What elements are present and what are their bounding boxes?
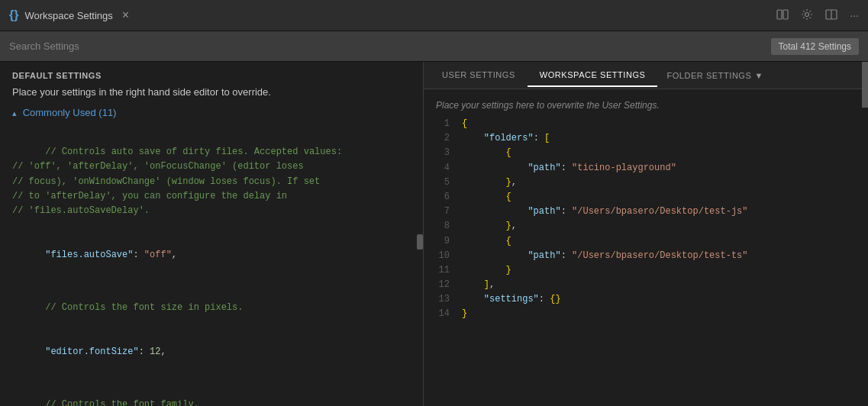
line-number-12: 12 xyxy=(424,278,462,292)
comment-fontsize: // Controls the font size in pixels. xyxy=(45,302,243,313)
tab-user-settings[interactable]: USER SETTINGS xyxy=(430,64,528,87)
line-13: 13 "settings": {} xyxy=(424,292,868,307)
section-label: DEFAULT SETTINGS xyxy=(12,71,411,80)
line-7: 7 "path": "/Users/bpasero/Desktop/test-j… xyxy=(424,205,868,219)
svg-point-2 xyxy=(805,12,809,16)
line-number-10: 10 xyxy=(424,249,462,263)
line-11: 11 } xyxy=(424,263,868,278)
colon-autosave: : xyxy=(133,250,144,260)
line-content-4: "path": "ticino-playground" xyxy=(462,161,676,176)
folder-settings-label: FOLDER SETTINGS xyxy=(666,71,751,80)
search-bar: Total 412 Settings xyxy=(0,31,868,62)
line-number-3: 3 xyxy=(424,146,462,160)
line-1: 1 { xyxy=(424,117,868,131)
line-content-10: "path": "/Users/bpasero/Desktop/test-ts" xyxy=(462,249,747,263)
line-number-8: 8 xyxy=(424,219,462,234)
line-content-9: { xyxy=(462,234,511,249)
section-description: Place your settings in the right hand si… xyxy=(12,86,411,98)
line-number-6: 6 xyxy=(424,190,462,205)
comma-fontsize: , xyxy=(160,346,166,357)
right-scrollbar[interactable] xyxy=(862,62,868,406)
editor-area: Place your settings here to overwrite th… xyxy=(424,89,868,406)
search-input[interactable] xyxy=(9,40,771,52)
line-2: 2 "folders": [ xyxy=(424,131,868,146)
main-content: DEFAULT SETTINGS Place your settings in … xyxy=(0,62,868,406)
scrollbar-indicator xyxy=(417,234,423,250)
line-content-6: { xyxy=(462,190,511,205)
line-content-7: "path": "/Users/bpasero/Desktop/test-js" xyxy=(462,205,747,219)
line-number-11: 11 xyxy=(424,263,462,278)
line-content-11: } xyxy=(462,263,511,278)
comment-fontfamily: // Controls the font family. xyxy=(45,399,199,406)
commonly-used-label: Commonly Used (11) xyxy=(23,107,117,118)
code-block-fontsize: // Controls the font size in pixels. "ed… xyxy=(12,286,411,374)
code-block-autosave: // Controls auto save of dirty files. Ac… xyxy=(12,130,411,277)
collapse-icon: ▴ xyxy=(12,108,17,118)
right-panel: USER SETTINGS WORKSPACE SETTINGS FOLDER … xyxy=(424,62,868,406)
line-9: 9 { xyxy=(424,234,868,249)
value-fontsize: 12 xyxy=(150,346,160,357)
line-number-9: 9 xyxy=(424,234,462,249)
title-bar: {} Workspace Settings × ··· xyxy=(0,0,868,31)
toggle-layout-icon[interactable] xyxy=(825,8,837,23)
line-6: 6 { xyxy=(424,190,868,205)
chevron-down-icon: ▼ xyxy=(754,71,763,80)
line-number-14: 14 xyxy=(424,307,462,321)
line-number-4: 4 xyxy=(424,161,462,176)
page-title: Workspace Settings xyxy=(24,10,112,21)
key-fontsize: "editor.fontSize" xyxy=(45,346,138,357)
line-content-3: { xyxy=(462,146,511,160)
line-10: 10 "path": "/Users/bpasero/Desktop/test-… xyxy=(424,249,868,263)
value-autosave: "off" xyxy=(144,250,172,260)
line-12: 12 ], xyxy=(424,278,868,292)
json-editor[interactable]: 1 { 2 "folders": [ 3 { 4 xyxy=(424,117,868,322)
comma-autosave: , xyxy=(172,250,177,260)
more-actions-icon[interactable]: ··· xyxy=(850,9,859,21)
line-8: 8 }, xyxy=(424,219,868,234)
editor-info-text: Place your settings here to overwrite th… xyxy=(424,95,868,117)
svg-rect-0 xyxy=(777,10,782,19)
line-content-12: ], xyxy=(462,278,495,292)
line-number-1: 1 xyxy=(424,117,462,131)
total-settings-badge: Total 412 Settings xyxy=(771,38,859,55)
tab-workspace-settings[interactable]: WORKSPACE SETTINGS xyxy=(528,64,658,87)
line-14: 14 } xyxy=(424,307,868,321)
line-number-7: 7 xyxy=(424,205,462,219)
line-number-5: 5 xyxy=(424,176,462,190)
line-content-13: "settings": {} xyxy=(462,292,561,307)
split-editor-icon[interactable] xyxy=(776,8,789,23)
svg-rect-1 xyxy=(783,10,788,19)
workspace-icon: {} xyxy=(9,8,18,22)
open-settings-icon[interactable] xyxy=(801,8,813,23)
comment-autosave: // Controls auto save of dirty files. Ac… xyxy=(12,147,342,216)
key-autosave: "files.autoSave" xyxy=(45,250,133,260)
line-content-14: } xyxy=(462,307,467,321)
title-bar-actions: ··· xyxy=(776,8,859,23)
line-content-5: }, xyxy=(462,176,517,190)
line-5: 5 }, xyxy=(424,176,868,190)
scrollbar-thumb xyxy=(862,62,868,108)
line-number-13: 13 xyxy=(424,292,462,307)
commonly-used-toggle[interactable]: ▴ Commonly Used (11) xyxy=(12,107,411,118)
code-block-fontfamily: // Controls the font family. "editor.fon… xyxy=(12,383,411,406)
colon-fontsize: : xyxy=(139,346,150,357)
line-number-2: 2 xyxy=(424,131,462,146)
line-content-2: "folders": [ xyxy=(462,131,550,146)
line-content-1: { xyxy=(462,117,467,131)
title-bar-left: {} Workspace Settings × xyxy=(9,8,132,23)
tab-folder-settings[interactable]: FOLDER SETTINGS ▼ xyxy=(657,65,772,86)
settings-tabs: USER SETTINGS WORKSPACE SETTINGS FOLDER … xyxy=(424,62,868,89)
left-panel: DEFAULT SETTINGS Place your settings in … xyxy=(0,62,424,406)
line-4: 4 "path": "ticino-playground" xyxy=(424,161,868,176)
line-3: 3 { xyxy=(424,146,868,160)
line-content-8: }, xyxy=(462,219,517,234)
close-tab-button[interactable]: × xyxy=(119,8,132,23)
